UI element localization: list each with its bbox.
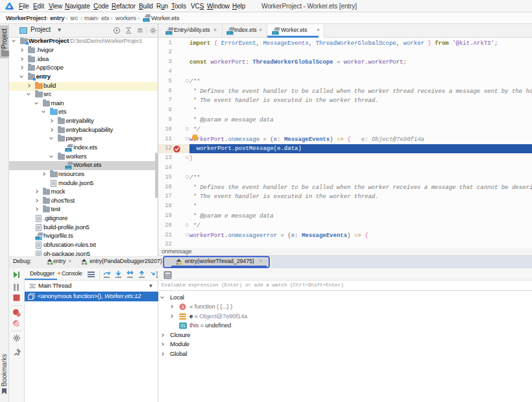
svg-text:01: 01 xyxy=(180,323,186,328)
svg-text:λ: λ xyxy=(181,304,184,310)
